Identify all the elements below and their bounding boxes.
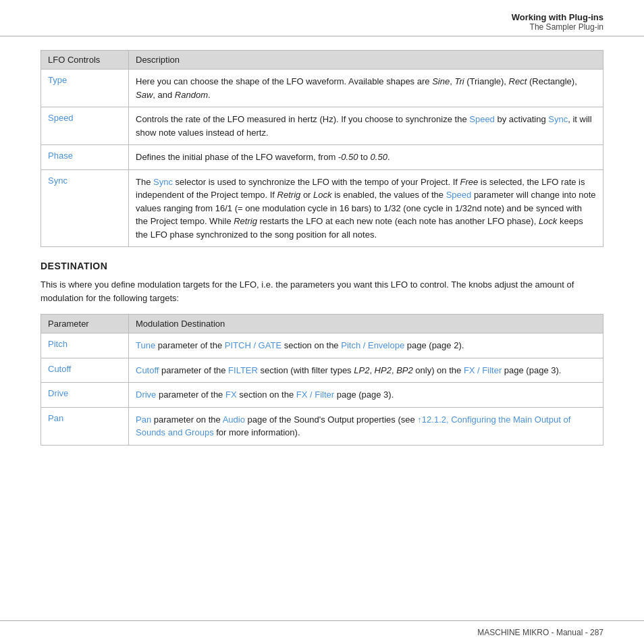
destination-table: Parameter Modulation Destination Pitch T…	[41, 314, 603, 446]
dest-param-cutoff: Cutoff	[41, 358, 129, 383]
lfo-controls-table: LFO Controls Description Type Here you c…	[41, 50, 603, 247]
dest-param-pan: Pan	[41, 407, 129, 445]
page-footer: MASCHINE MIKRO - Manual - 287	[0, 620, 644, 644]
table-row: Speed Controls the rate of the LFO measu…	[41, 107, 603, 145]
table-row: Pitch Tune parameter of the PITCH / GATE…	[41, 333, 603, 358]
footer-text: MASCHINE MIKRO - Manual - 287	[477, 628, 603, 637]
lfo-desc-phase: Defines the initial phase of the LFO wav…	[129, 145, 603, 170]
header-subtitle: The Sampler Plug-in	[41, 22, 603, 32]
dest-desc-pan: Pan parameter on the Audio page of the S…	[129, 407, 603, 445]
dest-col2-header: Modulation Destination	[129, 315, 603, 333]
dest-desc-pitch: Tune parameter of the PITCH / GATE secti…	[129, 333, 603, 358]
table-row: Pan Pan parameter on the Audio page of t…	[41, 407, 603, 445]
lfo-desc-speed: Controls the rate of the LFO measured in…	[129, 107, 603, 145]
lfo-param-type: Type	[41, 70, 129, 107]
lfo-col1-header: LFO Controls	[41, 51, 129, 70]
lfo-col2-header: Description	[129, 51, 603, 70]
header-title: Working with Plug-ins	[41, 12, 603, 22]
table-row: Type Here you can choose the shape of th…	[41, 70, 603, 107]
page-container: Working with Plug-ins The Sampler Plug-i…	[0, 0, 644, 644]
table-row: Drive Drive parameter of the FX section …	[41, 383, 603, 408]
lfo-desc-sync: The Sync selector is used to synchronize…	[129, 169, 603, 247]
table-row: Sync The Sync selector is used to synchr…	[41, 169, 603, 247]
dest-param-pitch: Pitch	[41, 333, 129, 358]
table-row: Cutoff Cutoff parameter of the FILTER se…	[41, 358, 603, 383]
table-row: Phase Defines the initial phase of the L…	[41, 145, 603, 170]
dest-col1-header: Parameter	[41, 315, 129, 333]
main-content: LFO Controls Description Type Here you c…	[0, 36, 644, 473]
lfo-desc-type: Here you can choose the shape of the LFO…	[129, 70, 603, 107]
lfo-param-phase: Phase	[41, 145, 129, 170]
dest-desc-drive: Drive parameter of the FX section on the…	[129, 383, 603, 408]
lfo-param-speed: Speed	[41, 107, 129, 145]
dest-param-drive: Drive	[41, 383, 129, 408]
destination-intro: This is where you define modulation targ…	[41, 278, 603, 304]
destination-section: DESTINATION This is where you define mod…	[41, 261, 603, 446]
destination-heading: DESTINATION	[41, 261, 603, 271]
dest-desc-cutoff: Cutoff parameter of the FILTER section (…	[129, 358, 603, 383]
page-header: Working with Plug-ins The Sampler Plug-i…	[0, 0, 644, 36]
lfo-param-sync: Sync	[41, 169, 129, 247]
